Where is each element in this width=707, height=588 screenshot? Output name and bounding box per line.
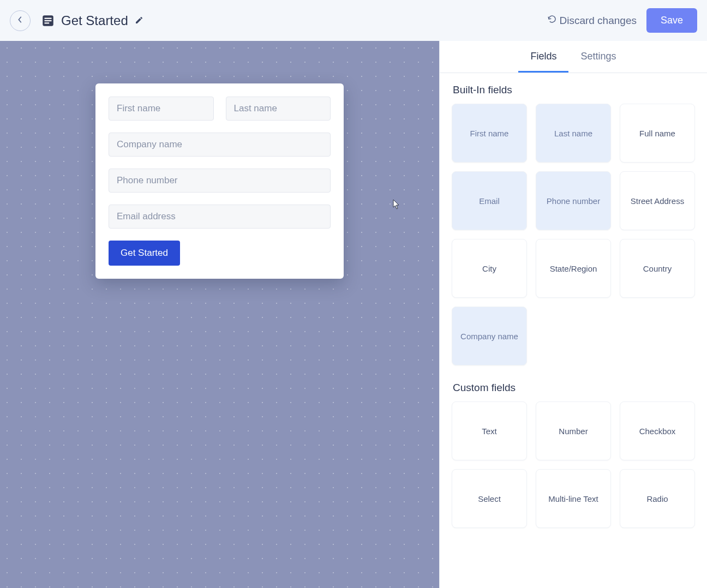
field-placeholder: Phone number xyxy=(117,175,178,186)
field-tile-radio[interactable]: Radio xyxy=(620,469,695,528)
right-panel: Fields Settings Built-In fields First na… xyxy=(439,41,707,588)
email-address-field[interactable]: Email address xyxy=(109,205,331,229)
field-tile-street-address[interactable]: Street Address xyxy=(620,171,695,230)
svg-rect-2 xyxy=(45,20,52,21)
last-name-field[interactable]: Last name xyxy=(226,97,331,121)
discard-label: Discard changes xyxy=(559,15,637,27)
field-tile-last-name[interactable]: Last name xyxy=(536,104,611,163)
company-name-field[interactable]: Company name xyxy=(109,133,331,157)
field-tile-country[interactable]: Country xyxy=(620,239,695,298)
svg-rect-1 xyxy=(45,17,52,19)
form-icon xyxy=(40,13,56,28)
pencil-icon xyxy=(135,17,143,26)
field-tile-state-region[interactable]: State/Region xyxy=(536,239,611,298)
builtin-fields-grid: First name Last name Full name Email Pho… xyxy=(440,104,707,371)
field-tile-phone-number[interactable]: Phone number xyxy=(536,171,611,230)
field-tile-text[interactable]: Text xyxy=(452,401,527,460)
chevron-left-icon xyxy=(17,16,23,25)
tab-fields[interactable]: Fields xyxy=(518,41,568,73)
field-tile-email[interactable]: Email xyxy=(452,171,527,230)
phone-number-field[interactable]: Phone number xyxy=(109,169,331,193)
undo-icon xyxy=(547,14,557,27)
panel-tabs: Fields Settings xyxy=(440,41,707,73)
field-tile-full-name[interactable]: Full name xyxy=(620,104,695,163)
form-canvas[interactable]: First name Last name Company name Phone … xyxy=(0,41,439,588)
editor-header: Get Started Discard changes Save xyxy=(0,0,707,41)
first-name-field[interactable]: First name xyxy=(109,97,214,121)
builtin-fields-heading: Built-In fields xyxy=(440,73,707,104)
field-tile-checkbox[interactable]: Checkbox xyxy=(620,401,695,460)
edit-title-button[interactable] xyxy=(135,16,145,26)
form-row-name: First name Last name xyxy=(109,97,331,121)
field-tile-number[interactable]: Number xyxy=(536,401,611,460)
page-title: Get Started xyxy=(61,13,128,28)
field-tile-city[interactable]: City xyxy=(452,239,527,298)
custom-fields-grid: Text Number Checkbox Select Multi-line T… xyxy=(440,401,707,533)
field-tile-select[interactable]: Select xyxy=(452,469,527,528)
save-button[interactable]: Save xyxy=(646,8,697,33)
custom-fields-heading: Custom fields xyxy=(440,371,707,401)
main-layout: First name Last name Company name Phone … xyxy=(0,41,707,588)
field-tile-company-name[interactable]: Company name xyxy=(452,307,527,365)
field-tile-multiline-text[interactable]: Multi-line Text xyxy=(536,469,611,528)
back-button[interactable] xyxy=(10,10,31,31)
form-preview-card[interactable]: First name Last name Company name Phone … xyxy=(95,83,344,279)
svg-rect-3 xyxy=(45,22,50,23)
field-placeholder: Email address xyxy=(117,211,176,222)
field-placeholder: Company name xyxy=(117,139,182,150)
tab-settings[interactable]: Settings xyxy=(568,41,628,73)
field-tile-first-name[interactable]: First name xyxy=(452,104,527,163)
cursor-icon xyxy=(393,199,402,210)
field-placeholder: First name xyxy=(117,103,160,114)
discard-changes-button[interactable]: Discard changes xyxy=(547,14,637,27)
form-submit-button[interactable]: Get Started xyxy=(109,241,180,266)
field-placeholder: Last name xyxy=(234,103,277,114)
